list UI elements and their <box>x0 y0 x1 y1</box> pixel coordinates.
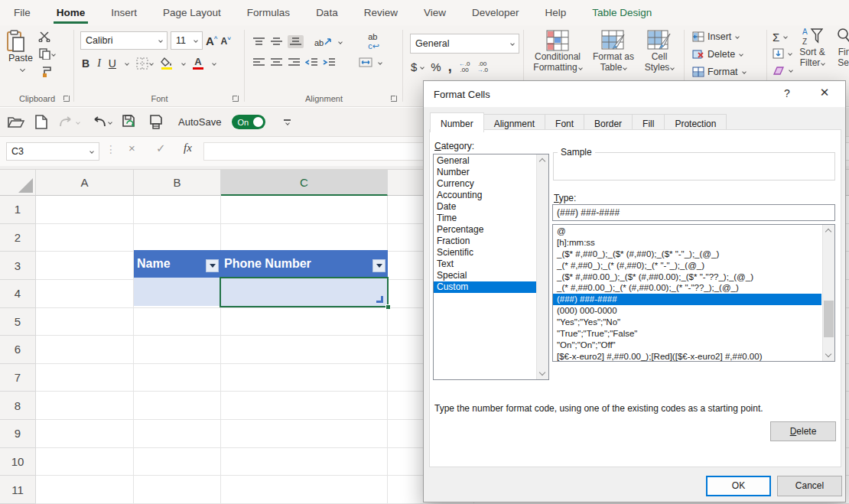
cell[interactable] <box>221 420 388 448</box>
borders-button[interactable] <box>136 57 153 70</box>
delete-cells-button[interactable]: Delete <box>692 47 746 61</box>
redo-button[interactable] <box>58 116 80 128</box>
align-left-button[interactable] <box>252 57 265 67</box>
new-file-button[interactable] <box>35 115 47 129</box>
cell[interactable] <box>134 448 221 476</box>
number-format-combo[interactable]: General <box>410 34 519 54</box>
scroll-down-icon[interactable] <box>825 351 831 357</box>
cell-styles-button[interactable]: Cell Styles <box>640 30 678 73</box>
row-header[interactable]: 5 <box>0 308 36 337</box>
enter-entry-button[interactable]: ✓ <box>156 141 166 155</box>
fill-color-button[interactable] <box>161 57 173 70</box>
fill-handle[interactable] <box>385 304 391 310</box>
category-item[interactable]: Accounting <box>434 190 548 201</box>
category-item[interactable]: Special <box>434 270 548 281</box>
italic-button[interactable]: I <box>97 57 101 70</box>
column-header-a[interactable]: A <box>36 170 134 196</box>
conditional-formatting-button[interactable]: Conditional Formatting <box>530 30 585 73</box>
format-code-item[interactable]: [$€-x-euro2] #,##0.00_);[Red]([$€-x-euro… <box>553 351 821 362</box>
cancel-button[interactable]: Cancel <box>777 476 842 496</box>
cell[interactable] <box>134 364 221 392</box>
cell[interactable] <box>36 224 134 252</box>
format-code-item[interactable]: _(* #,##0_);_(* (#,##0);_(* "-"_);_(@_) <box>553 260 821 272</box>
formula-bar-divider[interactable]: ⋮ <box>106 143 116 155</box>
paste-dropdown-icon[interactable] <box>19 67 24 72</box>
fill-button[interactable] <box>773 47 792 60</box>
ribbon-tab[interactable]: Data <box>314 2 340 24</box>
orientation-dropdown-icon[interactable] <box>338 40 343 44</box>
comma-format-button[interactable]: , <box>448 59 452 75</box>
fill-color-dropdown-icon[interactable] <box>181 61 186 66</box>
font-color-button[interactable]: A <box>193 57 203 70</box>
ribbon-tab[interactable]: Table Design <box>590 2 653 24</box>
ribbon-tab[interactable]: Home <box>55 2 87 24</box>
cell[interactable] <box>36 280 134 308</box>
category-item[interactable]: Number <box>434 167 548 178</box>
cell[interactable] <box>221 224 388 252</box>
insert-function-button[interactable]: fx <box>184 141 192 154</box>
select-all-corner[interactable] <box>0 170 36 196</box>
row-header[interactable]: 4 <box>0 280 36 308</box>
cell[interactable] <box>36 308 134 337</box>
format-cells-button[interactable]: Format <box>692 65 746 79</box>
wrap-text-button[interactable]: abc↩ <box>368 32 379 51</box>
underline-button[interactable]: U <box>109 57 116 70</box>
row-header[interactable]: 6 <box>0 336 36 364</box>
ribbon-tab[interactable]: View <box>422 2 447 24</box>
autosave-toggle[interactable]: On <box>232 115 265 129</box>
cell[interactable] <box>221 364 388 392</box>
cell[interactable] <box>36 252 134 280</box>
format-code-item[interactable]: (000) 000-0000 <box>553 305 821 317</box>
customize-qat-button[interactable] <box>284 119 291 125</box>
merge-center-button[interactable] <box>359 57 372 67</box>
increase-font-button[interactable]: A^ <box>206 34 218 47</box>
alignment-dialog-launcher[interactable] <box>391 96 397 102</box>
category-item[interactable]: Time <box>434 213 548 224</box>
cut-button[interactable] <box>38 31 56 42</box>
increase-indent-button[interactable] <box>323 57 336 67</box>
format-code-item[interactable]: @ <box>553 226 821 237</box>
align-top-button[interactable] <box>252 37 265 47</box>
underline-dropdown-icon[interactable] <box>125 61 129 66</box>
category-item[interactable]: General <box>434 155 548 167</box>
cell[interactable] <box>221 476 388 504</box>
align-center-button[interactable] <box>270 57 283 67</box>
font-color-dropdown-icon[interactable] <box>212 61 216 66</box>
table-resize-handle-icon[interactable] <box>376 296 383 303</box>
copy-button[interactable] <box>38 48 56 60</box>
scroll-up-icon[interactable] <box>825 229 831 235</box>
dialog-help-button[interactable]: ? <box>777 87 797 102</box>
decrease-indent-button[interactable] <box>305 57 318 67</box>
row-header[interactable]: 11 <box>0 476 36 504</box>
category-scrollbar[interactable] <box>536 154 548 379</box>
delete-format-button[interactable]: Delete <box>770 421 836 441</box>
cell[interactable] <box>36 336 134 364</box>
row-header[interactable]: 10 <box>0 448 36 476</box>
name-box[interactable]: C3 <box>6 142 99 161</box>
paste-button[interactable]: Paste <box>6 30 35 74</box>
format-code-item[interactable]: _($* #,##0.00_);_($* (#,##0.00);_($* "-"… <box>553 272 821 283</box>
column-header-b[interactable]: B <box>134 170 221 196</box>
format-painter-button[interactable] <box>38 66 56 77</box>
ribbon-tab[interactable]: Help <box>544 2 568 24</box>
name-filter-button[interactable] <box>206 259 219 272</box>
increase-decimal-button[interactable]: ←.0.00 <box>459 61 470 73</box>
row-header[interactable]: 3 <box>0 252 36 280</box>
ribbon-tab[interactable]: Insert <box>109 2 138 24</box>
format-code-item[interactable]: (###) ###-#### <box>553 294 821 305</box>
scroll-down-icon[interactable] <box>539 369 545 376</box>
cell[interactable] <box>221 336 388 364</box>
decrease-decimal-button[interactable]: .00→.0 <box>477 61 488 73</box>
cell[interactable] <box>134 336 221 364</box>
print-preview-button[interactable] <box>149 115 163 130</box>
decrease-font-button[interactable]: A˅ <box>221 35 231 47</box>
cell[interactable] <box>36 364 134 392</box>
scroll-up-icon[interactable] <box>539 158 545 164</box>
cell[interactable] <box>134 392 221 420</box>
ribbon-tab[interactable]: Page Layout <box>161 2 223 24</box>
ribbon-tab[interactable]: Formulas <box>246 2 291 24</box>
currency-dropdown-icon[interactable] <box>421 65 425 70</box>
clear-button[interactable] <box>773 63 792 77</box>
format-code-item[interactable]: "On";"On";"Off" <box>553 340 821 351</box>
row-header[interactable]: 1 <box>0 196 36 224</box>
